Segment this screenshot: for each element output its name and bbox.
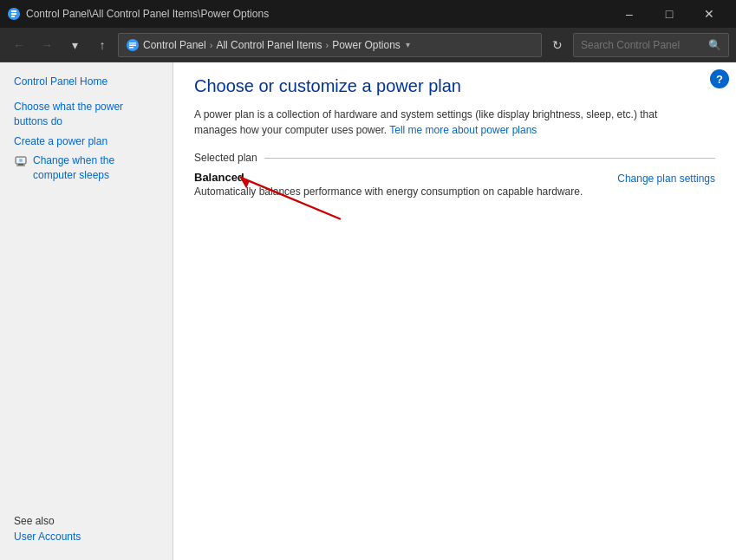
svg-rect-1 bbox=[11, 10, 16, 12]
sidebar-item-create-plan[interactable]: Create a power plan bbox=[0, 132, 173, 152]
plan-name: Balanced bbox=[194, 171, 583, 184]
sidebar: Control Panel Home Choose what the power… bbox=[0, 62, 173, 560]
up-button[interactable]: ↑ bbox=[90, 33, 114, 57]
breadcrumb-control-panel[interactable]: Control Panel bbox=[143, 39, 206, 51]
maximize-button[interactable]: □ bbox=[649, 0, 689, 28]
content-description: A power plan is a collection of hardware… bbox=[194, 107, 680, 138]
breadcrumb-sep-2: › bbox=[325, 40, 329, 50]
content-more-link[interactable]: Tell me more about power plans bbox=[389, 124, 537, 136]
svg-rect-2 bbox=[11, 13, 16, 15]
selected-plan-label: Selected plan bbox=[194, 152, 257, 164]
refresh-button[interactable]: ↻ bbox=[545, 33, 570, 57]
sidebar-top: Control Panel Home Choose what the power… bbox=[0, 73, 173, 186]
selected-plan-section: Selected plan Balanced Automatically bal… bbox=[194, 152, 715, 198]
title-bar-controls: – □ ✕ bbox=[609, 0, 729, 28]
content-title: Choose or customize a power plan bbox=[194, 76, 715, 96]
change-plan-link[interactable]: Change plan settings bbox=[617, 171, 715, 185]
back-button[interactable]: ← bbox=[7, 33, 31, 57]
plan-left: Balanced Automatically balances performa… bbox=[194, 171, 583, 198]
svg-rect-9 bbox=[18, 164, 23, 166]
forward-button[interactable]: → bbox=[35, 33, 59, 57]
app-icon bbox=[7, 7, 21, 21]
help-button[interactable]: ? bbox=[710, 69, 729, 88]
sidebar-item-sleep[interactable]: Change when the computer sleeps bbox=[0, 151, 173, 186]
see-also-label: See also bbox=[14, 515, 159, 527]
breadcrumb-all-items[interactable]: All Control Panel Items bbox=[216, 39, 322, 51]
window-title: Control Panel\All Control Panel Items\Po… bbox=[26, 8, 269, 20]
svg-rect-10 bbox=[16, 166, 25, 166]
breadcrumb-app-icon bbox=[126, 38, 140, 52]
search-icon: 🔍 bbox=[708, 39, 721, 51]
minimize-button[interactable]: – bbox=[609, 0, 649, 28]
breadcrumb-dropdown-arrow[interactable]: ▾ bbox=[406, 40, 410, 49]
plan-desc: Automatically balances performance with … bbox=[194, 186, 583, 198]
title-bar-left: Control Panel\All Control Panel Items\Po… bbox=[7, 7, 269, 21]
selected-plan-header: Selected plan bbox=[194, 152, 715, 164]
selected-plan-divider bbox=[264, 158, 715, 159]
sidebar-home-link[interactable]: Control Panel Home bbox=[0, 73, 173, 90]
svg-rect-7 bbox=[129, 47, 134, 49]
search-box: 🔍 bbox=[573, 33, 729, 57]
plan-row: Balanced Automatically balances performa… bbox=[194, 171, 715, 198]
sidebar-link-user-accounts[interactable]: User Accounts bbox=[14, 531, 159, 543]
main-container: Control Panel Home Choose what the power… bbox=[0, 62, 736, 560]
sidebar-item-power-buttons[interactable]: Choose what the power buttons do bbox=[0, 97, 173, 132]
search-input[interactable] bbox=[581, 39, 703, 51]
dropdown-button[interactable]: ▾ bbox=[62, 33, 87, 57]
breadcrumb-sep-1: › bbox=[210, 40, 213, 50]
title-bar: Control Panel\All Control Panel Items\Po… bbox=[0, 0, 736, 28]
breadcrumb-power-options[interactable]: Power Options bbox=[332, 39, 401, 51]
content-area: ? Choose or customize a power plan A pow… bbox=[173, 62, 736, 560]
sidebar-item-sleep-label: Change when the computer sleeps bbox=[33, 153, 159, 183]
breadcrumb-bar: Control Panel › All Control Panel Items … bbox=[118, 33, 542, 57]
svg-rect-5 bbox=[129, 42, 136, 44]
svg-rect-6 bbox=[129, 44, 136, 46]
svg-point-11 bbox=[19, 159, 23, 162]
sleep-icon bbox=[14, 154, 28, 168]
see-also: See also User Accounts bbox=[0, 508, 173, 550]
address-bar: ← → ▾ ↑ Control Panel › All Control Pane… bbox=[0, 28, 736, 62]
close-button[interactable]: ✕ bbox=[689, 0, 729, 28]
svg-rect-3 bbox=[11, 16, 15, 17]
